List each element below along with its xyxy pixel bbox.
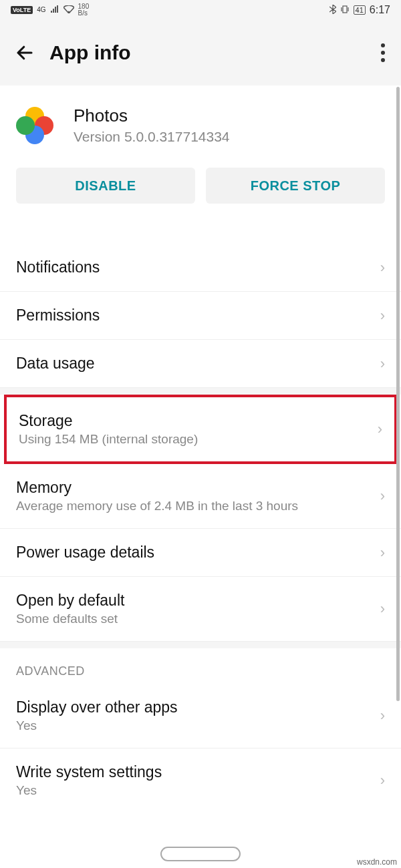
action-button-row: DISABLE FORCE STOP (0, 161, 401, 224)
content: Photos Version 5.0.0.317714334 DISABLE F… (0, 85, 401, 813)
storage-highlight: Storage Using 154 MB (internal storage) … (4, 395, 397, 464)
data-usage-label: Data usage (16, 355, 95, 373)
chevron-right-icon: › (378, 421, 382, 438)
gesture-nav-pill[interactable] (160, 847, 241, 861)
overflow-menu-button[interactable] (381, 43, 385, 62)
svg-point-0 (68, 11, 70, 13)
app-header-row: Photos Version 5.0.0.317714334 (0, 85, 401, 161)
data-usage-item[interactable]: Data usage › (0, 340, 401, 388)
chevron-right-icon: › (380, 307, 385, 324)
time-label: 6:17 (370, 4, 390, 16)
chevron-right-icon: › (380, 544, 385, 562)
force-stop-button[interactable]: FORCE STOP (206, 168, 385, 204)
display-over-apps-sublabel: Yes (16, 718, 178, 733)
volte-badge: VoLTE (11, 6, 33, 14)
power-usage-item[interactable]: Power usage details › (0, 529, 401, 577)
write-system-settings-label: Write system settings (16, 763, 162, 781)
bluetooth-icon (329, 5, 336, 16)
page-title: App info (49, 41, 131, 64)
chevron-right-icon: › (380, 487, 385, 505)
app-bar: App info (0, 20, 401, 85)
section-divider (0, 388, 401, 395)
storage-sublabel: Using 154 MB (internal storage) (19, 432, 198, 447)
speed-indicator: 180 B/s (78, 3, 90, 17)
advanced-section-header: ADVANCED (0, 648, 401, 684)
memory-label: Memory (16, 479, 298, 497)
speed-unit: B/s (78, 10, 90, 17)
open-by-default-item[interactable]: Open by default Some defaults set › (0, 577, 401, 642)
svg-rect-1 (343, 6, 347, 13)
status-bar: VoLTE 4G 180 B/s 41 6:17 (0, 0, 401, 20)
vibrate-icon (340, 5, 350, 16)
app-name: Photos (74, 105, 230, 126)
chevron-right-icon: › (380, 772, 385, 789)
network-label: 4G (37, 7, 45, 13)
display-over-apps-label: Display over other apps (16, 698, 178, 716)
power-usage-label: Power usage details (16, 544, 154, 562)
chevron-right-icon: › (380, 259, 385, 276)
memory-sublabel: Average memory use of 2.4 MB in the last… (16, 499, 298, 513)
storage-item[interactable]: Storage Using 154 MB (internal storage) … (7, 397, 394, 461)
wifi-icon (63, 5, 74, 15)
chevron-right-icon: › (380, 707, 385, 724)
write-system-settings-item[interactable]: Write system settings Yes › (0, 748, 401, 813)
write-system-settings-sublabel: Yes (16, 783, 162, 798)
disable-button[interactable]: DISABLE (16, 168, 195, 204)
battery-icon: 41 (354, 5, 366, 15)
memory-item[interactable]: Memory Average memory use of 2.4 MB in t… (0, 464, 401, 529)
permissions-label: Permissions (16, 306, 100, 324)
scrollbar[interactable] (396, 87, 400, 701)
display-over-apps-item[interactable]: Display over other apps Yes › (0, 684, 401, 748)
storage-label: Storage (19, 412, 198, 430)
status-right: 41 6:17 (329, 4, 390, 16)
permissions-item[interactable]: Permissions › (0, 292, 401, 340)
section-divider (0, 642, 401, 648)
notifications-label: Notifications (16, 258, 100, 276)
watermark: wsxdn.com (357, 857, 397, 867)
chevron-right-icon: › (380, 355, 385, 373)
app-title-block: Photos Version 5.0.0.317714334 (74, 105, 230, 145)
chevron-right-icon: › (380, 600, 385, 618)
back-button[interactable] (13, 41, 36, 64)
notifications-item[interactable]: Notifications › (0, 244, 401, 292)
open-by-default-sublabel: Some defaults set (16, 612, 124, 626)
photos-app-icon (16, 107, 53, 144)
status-left: VoLTE 4G 180 B/s (11, 3, 89, 17)
open-by-default-label: Open by default (16, 592, 124, 610)
signal-icon (50, 5, 59, 15)
app-version: Version 5.0.0.317714334 (74, 129, 230, 145)
